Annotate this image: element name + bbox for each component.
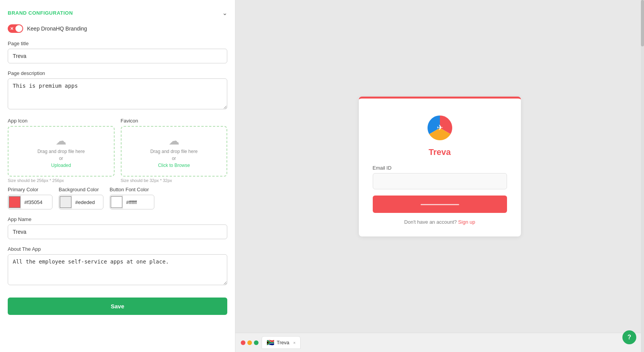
upload-cloud-icon: ☁ <box>56 134 66 147</box>
section-title: BRAND CONFIGURATION <box>8 10 73 16</box>
toggle-x-icon: ✕ <box>10 26 14 31</box>
background-color-swatch[interactable] <box>59 195 72 209</box>
scrollbar-thumb[interactable] <box>641 0 644 46</box>
app-name-input[interactable] <box>8 224 227 239</box>
page-description-label: Page description <box>8 70 227 76</box>
email-field-label: Email ID <box>373 165 507 171</box>
app-icon-upload-box[interactable]: ☁ Drag and drop file here or Uploaded <box>8 126 115 177</box>
dot-green <box>254 340 259 345</box>
help-button[interactable]: ? <box>622 330 636 344</box>
app-name-group: App Name <box>8 216 227 239</box>
button-font-color-wrapper <box>110 195 154 209</box>
primary-color-wrapper <box>8 195 52 209</box>
login-footer-text: Don't have an account? <box>404 219 457 225</box>
svg-text:✈: ✈ <box>436 123 443 132</box>
favicon-upload-cloud-icon: ☁ <box>169 134 179 147</box>
background-color-label: Background Color <box>59 187 103 192</box>
right-panel: ✈ Treva Email ID Don't have an account? … <box>235 0 644 352</box>
favicon-group: Favicon ☁ Drag and drop file here or Cli… <box>121 118 228 184</box>
page-title-label: Page title <box>8 41 227 46</box>
toggle-label: Keep DronaHQ Branding <box>27 26 87 32</box>
app-name-label: App Name <box>8 216 227 222</box>
browser-dots <box>241 340 259 345</box>
toggle-thumb <box>15 25 22 32</box>
favicon-or-text: or <box>172 156 176 161</box>
app-logo-svg: ✈ <box>426 114 454 142</box>
login-logo: ✈ <box>373 114 507 142</box>
color-row: Primary Color Background Color Button Fo… <box>8 187 227 209</box>
preview-login-button[interactable] <box>373 196 507 213</box>
button-font-color-swatch[interactable] <box>110 195 123 209</box>
app-icon-group: App Icon ☁ Drag and drop file here or Up… <box>8 118 115 184</box>
button-font-color-input[interactable] <box>123 199 154 205</box>
favicon-upload-box[interactable]: ☁ Drag and drop file here or Click to Br… <box>121 126 228 177</box>
page-title-input[interactable] <box>8 49 227 63</box>
background-color-input[interactable] <box>72 199 103 205</box>
page-description-input[interactable]: This is premium apps <box>8 78 227 109</box>
page-title-group: Page title <box>8 41 227 63</box>
app-icon-or-text: or <box>59 156 63 161</box>
page-description-group: Page description This is premium apps <box>8 70 227 111</box>
primary-color-group: Primary Color <box>8 187 52 209</box>
about-app-group: About The App All the employee self-serv… <box>8 246 227 287</box>
toggle-row: ✕ Keep DronaHQ Branding <box>8 24 227 33</box>
background-color-wrapper <box>59 195 103 209</box>
section-header: BRAND CONFIGURATION ⌄ <box>8 9 227 17</box>
primary-color-swatch[interactable] <box>8 195 21 209</box>
tab-close-button[interactable]: × <box>293 340 296 345</box>
app-icon-hint: Size should be 256px * 256px <box>8 178 64 183</box>
about-app-input[interactable]: All the employee self-service apps at on… <box>8 254 227 285</box>
scrollbar-track <box>641 0 644 352</box>
save-button[interactable]: Save <box>8 298 227 315</box>
dot-red <box>241 340 245 345</box>
keep-branding-toggle[interactable]: ✕ <box>8 24 23 33</box>
app-icon-drag-text: Drag and drop file here <box>37 149 85 154</box>
upload-row: App Icon ☁ Drag and drop file here or Up… <box>8 118 227 184</box>
favicon-drag-text: Drag and drop file here <box>150 149 198 154</box>
preview-app-name: Treva <box>373 147 507 157</box>
button-font-color-label: Button Font Color <box>110 187 154 192</box>
app-icon-label: App Icon <box>8 118 115 124</box>
favicon-browse-link[interactable]: Click to Browse <box>158 163 190 168</box>
login-card: ✈ Treva Email ID Don't have an account? … <box>359 97 521 236</box>
browser-bar: 🇿🇦 Treva × <box>235 333 644 352</box>
favicon-hint: Size should be 32px * 32px <box>121 178 172 183</box>
tab-flag: 🇿🇦 <box>267 339 274 346</box>
primary-color-label: Primary Color <box>8 187 52 192</box>
preview-area: ✈ Treva Email ID Don't have an account? … <box>235 0 644 333</box>
about-app-label: About The App <box>8 246 227 252</box>
signup-link[interactable]: Sign up <box>458 219 475 225</box>
button-font-color-group: Button Font Color <box>110 187 154 209</box>
primary-color-input[interactable] <box>21 199 52 205</box>
browser-tab[interactable]: 🇿🇦 Treva × <box>262 336 301 349</box>
app-icon-uploaded-link[interactable]: Uploaded <box>51 163 71 168</box>
left-panel: BRAND CONFIGURATION ⌄ ✕ Keep DronaHQ Bra… <box>0 0 235 352</box>
favicon-label: Favicon <box>121 118 228 124</box>
chevron-down-icon[interactable]: ⌄ <box>222 9 227 17</box>
tab-title: Treva <box>277 340 289 345</box>
background-color-group: Background Color <box>59 187 103 209</box>
preview-email-input[interactable] <box>373 173 507 189</box>
dot-yellow <box>247 340 252 345</box>
login-footer: Don't have an account? Sign up <box>373 219 507 225</box>
